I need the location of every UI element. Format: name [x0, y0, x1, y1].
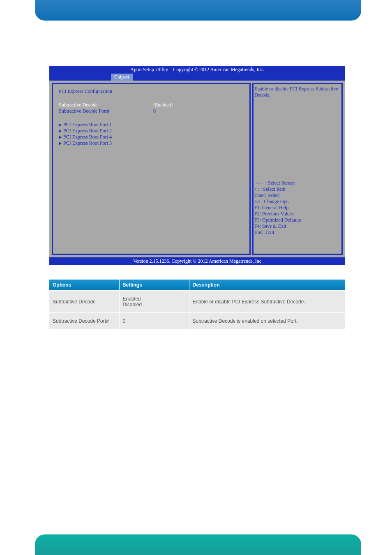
bios-body: PCI Express Configuration Subtractive De…	[49, 81, 345, 257]
submenu-arrow-icon	[59, 130, 62, 133]
submenu-label: PCI Express Root Port 2	[63, 128, 112, 134]
th-description: Description	[189, 280, 345, 291]
setting-subtractive-decode-port[interactable]: Subtractive Decode Port# 0	[59, 108, 244, 114]
table-row: Subtractive Decode Enabled Disabled Enab…	[49, 291, 345, 313]
table-header-row: Options Settings Description	[49, 280, 345, 291]
nav-esc: ESC: Exit	[254, 229, 341, 236]
td-options: Subtractive Decode Port#	[49, 313, 119, 329]
bios-side-panel: Enable or disable PCI Express Subtractiv…	[252, 83, 343, 255]
bios-screen: Aptio Setup Utility – Copyright © 2012 A…	[49, 66, 345, 265]
setting-subtractive-decode[interactable]: Subtractive Decode [Enabled]	[59, 102, 244, 108]
tab-chipset[interactable]: Chipset	[111, 74, 133, 81]
submenu-pcirp1[interactable]: PCI Express Root Port 1	[59, 122, 244, 128]
submenu-pcirp2[interactable]: PCI Express Root Port 2	[59, 128, 244, 134]
submenu-label: PCI Express Root Port 4	[63, 134, 112, 140]
submenu-label: PCI Express Root Port 1	[63, 122, 112, 128]
nav-help: →← : Select Screen ↑↓ : Select Item Ente…	[254, 180, 341, 252]
setting-label: Subtractive Decode	[59, 102, 153, 108]
submenu-arrow-icon	[59, 123, 62, 127]
nav-f3: F3: Optimized Defaults	[254, 217, 341, 223]
nav-f4: F4: Save & Exit	[254, 223, 341, 229]
submenu-pcirp5[interactable]: PCI Express Root Port 5	[59, 140, 244, 146]
bottom-banner	[35, 534, 361, 555]
bios-main-panel: PCI Express Configuration Subtractive De…	[52, 83, 251, 255]
nav-f2: F2: Previous Values	[254, 211, 341, 217]
bios-footer: Version 2.15.1236. Copyright © 2012 Amer…	[49, 257, 345, 265]
table-row: Subtractive Decode Port# 0 Subtractive D…	[49, 313, 345, 329]
nav-select-item: ↑↓ : Select Item	[254, 186, 341, 192]
bios-tabrow: Chipset	[49, 74, 345, 81]
nav-select-screen: →← : Select Screen	[254, 180, 341, 186]
setting-value: 0	[153, 108, 156, 114]
td-options: Subtractive Decode	[49, 291, 119, 313]
th-options: Options	[49, 280, 119, 291]
submenu-arrow-icon	[59, 136, 62, 139]
th-settings: Settings	[119, 280, 189, 291]
submenu-label: PCI Express Root Port 5	[63, 140, 112, 146]
submenu-arrow-icon	[59, 142, 62, 145]
td-settings: Enabled Disabled	[119, 291, 189, 313]
td-description: Enable or disable PCI Express Subtractiv…	[189, 291, 345, 313]
setting-label: Subtractive Decode Port#	[59, 108, 153, 114]
td-settings: 0	[119, 313, 189, 329]
nav-change-opt: +/- : Change Opt.	[254, 199, 341, 205]
section-header: PCI Express Configuration	[59, 88, 244, 95]
bios-titlebar: Aptio Setup Utility – Copyright © 2012 A…	[49, 66, 345, 74]
option-table: Options Settings Description Subtractive…	[49, 280, 345, 329]
nav-f1: F1: General Help	[254, 205, 341, 211]
help-text: Enable or disable PCI Express Subtractiv…	[254, 86, 341, 98]
top-banner	[35, 0, 361, 21]
td-description: Subtractive Decode is enabled on selecte…	[189, 313, 345, 329]
setting-value: [Enabled]	[153, 102, 173, 108]
nav-enter: Enter: Select	[254, 192, 341, 199]
submenu-pcirp4[interactable]: PCI Express Root Port 4	[59, 134, 244, 140]
